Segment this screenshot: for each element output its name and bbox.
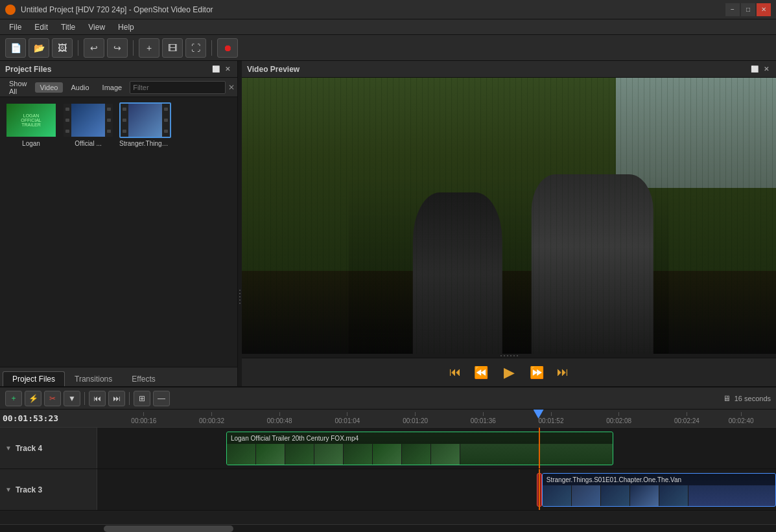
panel-restore-button[interactable]: ⬜ bbox=[211, 65, 220, 74]
track-4-expand[interactable]: ▼ bbox=[5, 445, 12, 452]
h-splitter-dot bbox=[500, 355, 502, 356]
tab-project-files[interactable]: Project Files bbox=[3, 371, 65, 386]
track-3-expand[interactable]: ▼ bbox=[5, 486, 12, 493]
jump-end-button[interactable]: ⏭ bbox=[552, 362, 573, 383]
file-item-official[interactable]: Official ... bbox=[62, 102, 114, 147]
track-label-3: ▼ Track 3 bbox=[0, 469, 97, 510]
add-track-button[interactable]: + bbox=[5, 391, 22, 406]
tick-line bbox=[279, 412, 280, 416]
tick-label: 00:01:36 bbox=[471, 417, 496, 424]
film-hole bbox=[164, 108, 168, 111]
minimize-button[interactable]: − bbox=[725, 3, 740, 16]
open-button[interactable]: 📂 bbox=[29, 38, 49, 58]
new-button[interactable]: 📄 bbox=[5, 38, 26, 58]
timeline-scrollbar[interactable] bbox=[0, 524, 776, 532]
jump-back-button[interactable]: ⏮ bbox=[89, 391, 106, 406]
menubar: File Edit Title View Help bbox=[0, 19, 776, 35]
menu-view[interactable]: View bbox=[82, 21, 112, 33]
menu-edit[interactable]: Edit bbox=[28, 21, 54, 33]
files-content: LOGANOFFICIALTRAILER Logan bbox=[0, 97, 237, 367]
tick-line bbox=[347, 412, 347, 416]
track-4-clip[interactable]: Logan Official Trailer 20th Century FOX.… bbox=[226, 432, 613, 465]
delete-button[interactable]: — bbox=[153, 391, 170, 406]
jump-start-button[interactable]: ⏮ bbox=[445, 362, 465, 383]
tab-image[interactable]: Image bbox=[97, 82, 128, 93]
save-thumb-button[interactable]: 🖼 bbox=[52, 38, 73, 58]
razor-button[interactable]: ✂ bbox=[44, 391, 61, 406]
maximize-button[interactable]: □ bbox=[741, 3, 755, 16]
ruler-tick-7: 00:01:52 bbox=[539, 412, 564, 424]
redo-button[interactable]: ↪ bbox=[107, 38, 128, 58]
rewind-button[interactable]: ⏪ bbox=[471, 362, 491, 383]
track-3-clip[interactable]: Stranger.Things.S01E01.Chapter.One.The.V… bbox=[542, 473, 776, 507]
film-strip-left bbox=[64, 104, 71, 137]
filmstrip-button[interactable]: 🎞 bbox=[162, 38, 183, 58]
h-splitter-dot bbox=[510, 355, 511, 356]
menu-title[interactable]: Title bbox=[54, 21, 82, 33]
tab-effects[interactable]: Effects bbox=[122, 371, 165, 386]
undo-button[interactable]: ↩ bbox=[84, 38, 104, 58]
tab-audio[interactable]: Audio bbox=[65, 82, 94, 93]
film-center bbox=[71, 104, 105, 137]
clip-frame-blue bbox=[659, 485, 688, 507]
figure-right bbox=[532, 174, 653, 354]
track-3-area[interactable]: Stranger.Things.S01E01.Chapter.One.The.V… bbox=[97, 469, 776, 510]
track-4-area[interactable]: Logan Official Trailer 20th Century FOX.… bbox=[97, 428, 776, 468]
panel-close-button[interactable]: ✕ bbox=[223, 65, 232, 74]
video-panel-restore[interactable]: ⬜ bbox=[750, 65, 759, 74]
film-hole bbox=[107, 130, 111, 133]
film-strip-left-st bbox=[121, 104, 128, 137]
play-button[interactable]: ▶ bbox=[497, 360, 521, 385]
ruler-tick-10: 00:02:40 bbox=[729, 412, 754, 424]
zoom-control: 🖥 16 seconds bbox=[723, 394, 771, 403]
tick-line bbox=[415, 412, 416, 416]
h-splitter-dot bbox=[507, 355, 508, 356]
panel-header-controls: ⬜ ✕ bbox=[211, 65, 232, 74]
window-controls: − □ ✕ bbox=[725, 3, 771, 16]
tick-label: 00:02:24 bbox=[674, 417, 700, 424]
film-hole bbox=[164, 119, 168, 122]
close-button[interactable]: ✕ bbox=[757, 3, 771, 16]
file-name-stranger-things: Stranger.Things.... bbox=[119, 140, 171, 147]
tick-label: 00:01:52 bbox=[539, 417, 564, 424]
tab-show-all[interactable]: Show All bbox=[4, 78, 32, 97]
snap-button[interactable]: ⚡ bbox=[25, 391, 41, 406]
clip-label: Logan Official Trailer 20th Century FOX.… bbox=[231, 435, 359, 442]
file-item-stranger-things[interactable]: Stranger.Things.... bbox=[119, 102, 171, 147]
tab-video[interactable]: Video bbox=[35, 82, 64, 93]
toolbar-separator-3 bbox=[211, 40, 212, 56]
copy-button[interactable]: ⊞ bbox=[134, 391, 150, 406]
jump-fwd-button[interactable]: ⏭ bbox=[108, 391, 125, 406]
video-preview-title: Video Preview bbox=[247, 65, 300, 74]
import-button[interactable]: + bbox=[139, 38, 159, 58]
filter-input[interactable] bbox=[130, 81, 226, 94]
toolbar-separator-1 bbox=[78, 40, 78, 56]
video-panel-controls: ⬜ ✕ bbox=[750, 65, 771, 74]
file-item-logan[interactable]: LOGANOFFICIALTRAILER Logan bbox=[5, 102, 57, 147]
film-strip-right bbox=[105, 104, 113, 137]
clip-filmstrip bbox=[227, 444, 613, 465]
file-thumb-official bbox=[62, 102, 114, 138]
tick-line bbox=[741, 412, 742, 416]
tick-label: 00:01:20 bbox=[403, 417, 428, 424]
tl-separator-1 bbox=[84, 392, 85, 405]
fullscreen-button[interactable]: ⛶ bbox=[185, 38, 206, 58]
timecode-display: 00:01:53:23 bbox=[3, 413, 58, 423]
fast-forward-button[interactable]: ⏩ bbox=[526, 362, 547, 383]
tab-transitions[interactable]: Transitions bbox=[65, 371, 122, 386]
menu-file[interactable]: File bbox=[3, 21, 28, 33]
clip-frame bbox=[314, 444, 344, 465]
track-label-4: ▼ Track 4 bbox=[0, 428, 97, 468]
main-area: Project Files ⬜ ✕ Show All Video Audio I… bbox=[0, 61, 776, 532]
scroll-thumb[interactable] bbox=[104, 526, 233, 532]
arrow-button[interactable]: ▼ bbox=[64, 391, 80, 406]
tick-label: 00:00:16 bbox=[131, 417, 156, 424]
tl-separator-2 bbox=[129, 392, 130, 405]
playhead-track4 bbox=[539, 428, 540, 468]
ruler-tick-8: 00:02:08 bbox=[606, 412, 631, 424]
record-button[interactable]: ⏺ bbox=[217, 38, 238, 58]
video-panel-close[interactable]: ✕ bbox=[762, 65, 771, 74]
splitter-dot bbox=[239, 290, 241, 291]
menu-help[interactable]: Help bbox=[112, 21, 141, 33]
filter-clear-button[interactable]: ✕ bbox=[228, 82, 235, 93]
